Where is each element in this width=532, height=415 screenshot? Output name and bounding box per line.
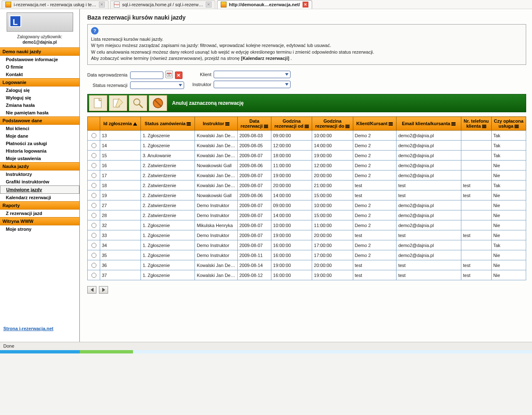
column-header[interactable]: Id zgłoszenia xyxy=(100,117,140,131)
pager-prev-button[interactable] xyxy=(87,286,96,294)
cell-klient: test xyxy=(353,260,397,270)
pager-next-button[interactable] xyxy=(99,286,108,294)
browser-tabbar: i-rezerwacja.net - rezerwacja usług i te… xyxy=(0,0,532,9)
cell-instr: Kowalski Jan Demo xyxy=(195,131,238,141)
row-select-radio[interactable] xyxy=(91,223,96,228)
cell-to: 15:00:00 xyxy=(312,210,353,220)
filter-status-select[interactable] xyxy=(130,82,184,89)
cell-from: 16:00:00 xyxy=(271,240,312,250)
sidebar-item[interactable]: O firmie xyxy=(0,63,79,71)
cell-email: demo2@dajnia.pl xyxy=(397,240,461,250)
column-header[interactable]: Data rezerwacji xyxy=(237,117,271,131)
site-favicon-icon xyxy=(221,2,227,7)
clear-date-icon[interactable]: ✕ xyxy=(175,72,182,79)
table-row[interactable]: 331. ZgłoszenieDemo Instruktor2009-08-07… xyxy=(88,230,526,240)
table-row[interactable]: 361. ZgłoszenieKowalski Jan Demo2009-08-… xyxy=(88,260,526,270)
table-row[interactable]: 182. ZatwierdzenieKowalski Jan Demo2009-… xyxy=(88,180,526,190)
column-header[interactable]: Instruktor xyxy=(195,117,238,131)
table-row[interactable]: 162. ZatwierdzenieNowakowski Gall2009-08… xyxy=(88,161,526,170)
help-calendar-link[interactable]: [Kalendarz rezerwacji] xyxy=(241,56,289,61)
sidebar-bottom-link[interactable]: Strona i-rezerwacja.net xyxy=(0,324,79,333)
table-row[interactable]: 282. ZatwierdzenieDemo Instruktor2009-08… xyxy=(88,210,526,220)
tool-edit-icon[interactable] xyxy=(109,95,127,111)
cell-instr: Kowalski Jan Demo xyxy=(195,260,238,270)
table-row[interactable]: 172. ZatwierdzenieKowalski Jan Demo2009-… xyxy=(88,170,526,180)
cell-to: 17:00:00 xyxy=(312,250,353,260)
table-row[interactable]: 141. ZgłoszenieKowalski Jan Demo2009-08-… xyxy=(88,141,526,151)
help-line2: W tym miejscu możesz zarządzać zapisami … xyxy=(91,43,331,48)
row-select-radio[interactable] xyxy=(91,133,96,138)
row-select-radio[interactable] xyxy=(91,263,96,268)
sidebar-item[interactable]: Moje dane xyxy=(0,132,79,140)
browser-tab[interactable]: PMAsql.i-rezerwacja.home.pl / sql.i-reze… xyxy=(110,0,215,9)
row-select-radio[interactable] xyxy=(91,143,96,148)
cell-email: demo2@dajnia.pl xyxy=(397,141,461,151)
cell-to: 10:00:00 xyxy=(312,200,353,210)
table-row[interactable]: 192. ZatwierdzenieNowakowski Gall2009-08… xyxy=(88,190,526,200)
sidebar-item[interactable]: Wyloguj się xyxy=(0,94,79,101)
column-header[interactable]: Godzina rezerwacji do xyxy=(312,117,353,131)
browser-tab[interactable]: i-rezerwacja.net - rezerwacja usług i te… xyxy=(2,0,108,9)
filter-date-input[interactable] xyxy=(130,72,163,79)
sidebar-item[interactable]: Umówione jazdy xyxy=(0,185,79,194)
sidebar-item[interactable]: Nie pamiętam hasła xyxy=(0,109,79,116)
sidebar-item[interactable]: Z rezerwacji jazd xyxy=(0,210,79,217)
row-select-radio[interactable] xyxy=(91,173,96,178)
tool-new-icon[interactable] xyxy=(89,95,107,111)
calendar-icon[interactable]: 31 xyxy=(165,71,173,78)
row-select-radio[interactable] xyxy=(91,193,96,198)
help-line4c: . xyxy=(291,56,292,61)
sidebar-item[interactable]: Zmiana hasła xyxy=(0,101,79,109)
table-row[interactable]: 341. ZgłoszenieDemo Instruktor2009-08-07… xyxy=(88,240,526,250)
help-line1: Lista rezerwacji kursów nauki jazdy. xyxy=(91,37,163,42)
table-row[interactable]: 153. AnulowanieKowalski Jan Demo2009-08-… xyxy=(88,151,526,161)
table-row[interactable]: 131. ZgłoszenieKowalski Jan Demo2009-08-… xyxy=(88,131,526,141)
cell-klient: Demo 2 xyxy=(353,170,397,180)
table-row[interactable]: 272. ZatwierdzenieDemo Instruktor2009-08… xyxy=(88,200,526,210)
cell-id: 36 xyxy=(100,260,140,270)
close-icon[interactable]: ✕ xyxy=(206,2,212,7)
sidebar-item[interactable]: Moje strony xyxy=(0,225,79,233)
row-select-radio[interactable] xyxy=(91,213,96,218)
column-header[interactable]: Nr. telefonu klienta xyxy=(461,117,492,131)
filter-klient-select[interactable] xyxy=(214,71,291,78)
column-header[interactable]: Czy opłacona usługa xyxy=(491,117,526,131)
sidebar-item[interactable]: Grafiki instruktorów xyxy=(0,178,79,185)
browser-tab[interactable]: http://demonauk…ezerwacja.net/✕ xyxy=(217,0,312,9)
column-header[interactable]: Klient/Kursant xyxy=(353,117,397,131)
close-icon[interactable]: ✕ xyxy=(303,2,308,7)
sidebar-item[interactable]: Instruktorzy xyxy=(0,170,79,178)
row-select-radio[interactable] xyxy=(91,153,96,158)
table-row[interactable]: 371. ZgłoszenieKowalski Jan Demo2009-08-… xyxy=(88,270,526,280)
sidebar-item[interactable]: Moje ustawienia xyxy=(0,155,79,162)
row-select-radio[interactable] xyxy=(91,233,96,238)
column-label: Czy opłacona usługa xyxy=(494,119,523,128)
row-select-radio[interactable] xyxy=(91,243,96,248)
table-row[interactable]: 321. ZgłoszenieMikulska Henryka2009-08-0… xyxy=(88,220,526,230)
sidebar-item[interactable]: Podstawowe informacje xyxy=(0,56,79,63)
row-select-radio[interactable] xyxy=(91,273,96,278)
row-select-radio[interactable] xyxy=(91,183,96,188)
sidebar-item[interactable]: Zaloguj się xyxy=(0,86,79,94)
column-header[interactable] xyxy=(88,117,100,131)
row-select-radio[interactable] xyxy=(91,203,96,208)
cell-paid: Nie xyxy=(491,260,526,270)
column-header[interactable]: Email klienta/kursanta xyxy=(397,117,461,131)
column-header[interactable]: Godzina rezerwacji od xyxy=(271,117,312,131)
filter-instruktor-select[interactable] xyxy=(214,81,291,88)
close-icon[interactable]: ✕ xyxy=(99,2,105,7)
tool-search-icon[interactable] xyxy=(129,95,147,111)
table-row[interactable]: 351. ZgłoszenieDemo Instruktor2009-08-11… xyxy=(88,250,526,260)
sidebar-item[interactable]: Moi klienci xyxy=(0,125,79,132)
sidebar-item[interactable]: Kontakt xyxy=(0,71,79,78)
row-select-radio[interactable] xyxy=(91,253,96,258)
row-select-radio[interactable] xyxy=(91,163,96,168)
cell-id: 28 xyxy=(100,210,140,220)
tool-cancel-icon[interactable] xyxy=(149,95,167,111)
sidebar-group-head: Logowanie xyxy=(0,78,79,86)
sidebar-item[interactable]: Płatności za usługi xyxy=(0,140,79,147)
column-header[interactable]: Status zamówienia xyxy=(141,117,195,131)
sidebar-item[interactable]: Kalendarz rezerwacji xyxy=(0,194,79,201)
cell-status: 1. Zgłoszenie xyxy=(141,230,195,240)
sidebar-item[interactable]: Historia logowania xyxy=(0,147,79,155)
